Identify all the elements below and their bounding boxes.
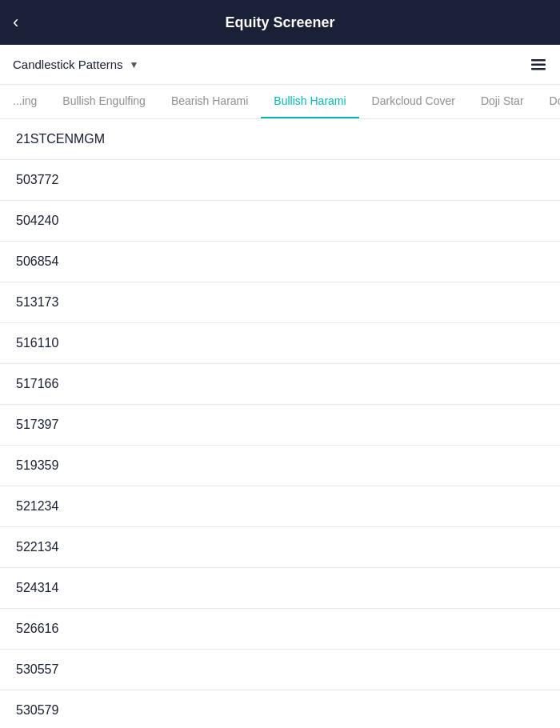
tab-bearish-harami[interactable]: Bearish Harami xyxy=(158,85,261,118)
filter-dropdown[interactable]: Candlestick Patterns ▼ xyxy=(13,58,138,71)
list-item[interactable]: 530557 xyxy=(0,650,560,690)
back-button[interactable]: ‹ xyxy=(13,12,18,33)
tab-doji-star[interactable]: Doji Star xyxy=(468,85,537,118)
list-item[interactable]: 530579 xyxy=(0,690,560,728)
list-view-button[interactable] xyxy=(530,56,547,74)
tab-doji[interactable]: Doji xyxy=(537,85,560,118)
list-item[interactable]: 521234 xyxy=(0,486,560,527)
list-item[interactable]: 503772 xyxy=(0,160,560,201)
toolbar: Candlestick Patterns ▼ xyxy=(0,45,560,85)
tabs-bar: ...ingBullish EngulfingBearish HaramiBul… xyxy=(0,85,560,119)
list-item[interactable]: 526616 xyxy=(0,609,560,650)
tab-bullish-engulfing[interactable]: Bullish Engulfing xyxy=(50,85,158,118)
dropdown-arrow-icon: ▼ xyxy=(130,59,139,70)
svg-rect-1 xyxy=(531,63,546,66)
svg-rect-0 xyxy=(531,59,546,62)
list-item[interactable]: 517397 xyxy=(0,405,560,446)
tab-darkcloud-cover[interactable]: Darkcloud Cover xyxy=(359,85,468,118)
list-item[interactable]: 517166 xyxy=(0,364,560,405)
list-icon xyxy=(530,56,547,74)
list-item[interactable]: 21STCENMGM xyxy=(0,119,560,160)
tab-ting[interactable]: ...ing xyxy=(0,85,50,118)
results-list: 21STCENMGM503772504240506854513173516110… xyxy=(0,119,560,728)
list-item[interactable]: 504240 xyxy=(0,201,560,242)
filter-label: Candlestick Patterns xyxy=(13,58,123,71)
app-header: ‹ Equity Screener xyxy=(0,0,560,45)
list-item[interactable]: 522134 xyxy=(0,527,560,568)
page-title: Equity Screener xyxy=(225,14,334,31)
list-item[interactable]: 524314 xyxy=(0,568,560,609)
list-item[interactable]: 506854 xyxy=(0,242,560,282)
tab-bullish-harami[interactable]: Bullish Harami xyxy=(261,85,358,118)
list-item[interactable]: 516110 xyxy=(0,323,560,364)
list-item[interactable]: 513173 xyxy=(0,282,560,323)
svg-rect-2 xyxy=(531,68,546,70)
list-item[interactable]: 519359 xyxy=(0,446,560,486)
